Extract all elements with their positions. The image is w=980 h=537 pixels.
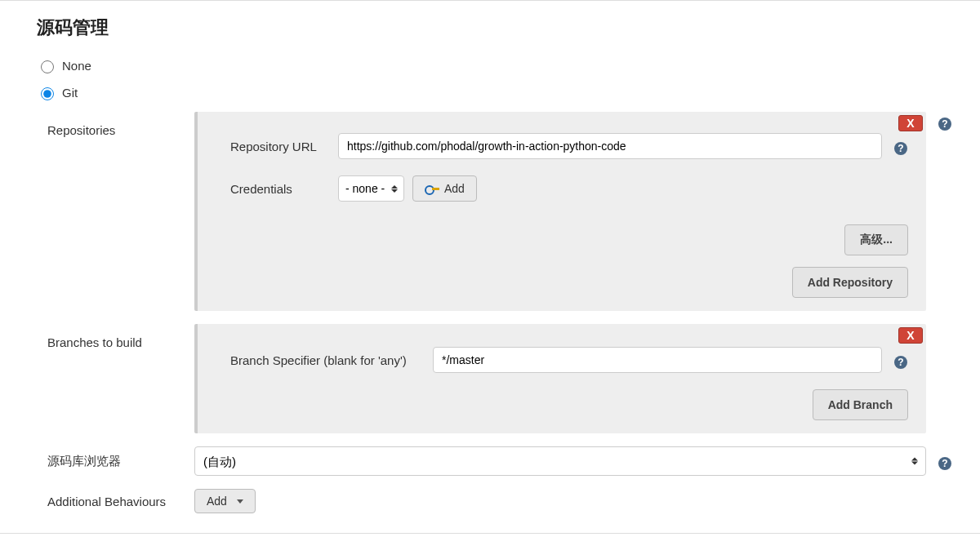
- add-behaviour-button[interactable]: Add: [194, 489, 256, 513]
- key-icon: [425, 184, 439, 193]
- add-branch-button[interactable]: Add Branch: [813, 389, 908, 420]
- add-repository-button[interactable]: Add Repository: [792, 267, 908, 298]
- additional-label: Additional Behaviours: [47, 495, 194, 508]
- add-credentials-button[interactable]: Add: [412, 175, 477, 202]
- branch-specifier-input[interactable]: [433, 347, 882, 373]
- repositories-block: X Repository URL ? Credentials - none -: [194, 112, 926, 311]
- help-icon[interactable]: ?: [893, 355, 908, 370]
- add-behaviour-label: Add: [207, 495, 227, 508]
- credentials-select[interactable]: - none -: [338, 175, 404, 202]
- repo-browser-select[interactable]: (自动): [194, 446, 926, 476]
- add-credentials-label: Add: [444, 182, 465, 195]
- svg-text:?: ?: [942, 118, 947, 130]
- repo-browser-label: 源码库浏览器: [47, 454, 194, 469]
- help-icon[interactable]: ?: [893, 141, 908, 156]
- radio-git-label: Git: [62, 86, 78, 100]
- advanced-button[interactable]: 高级...: [844, 224, 908, 255]
- radio-none[interactable]: [41, 60, 54, 73]
- repositories-label: Repositories: [47, 112, 194, 137]
- chevron-down-icon: [237, 499, 243, 504]
- radio-git[interactable]: [41, 87, 54, 100]
- delete-branch-button[interactable]: X: [898, 327, 923, 344]
- section-title: 源码管理: [37, 16, 964, 40]
- help-icon[interactable]: ?: [938, 456, 952, 471]
- branches-block: X Branch Specifier (blank for 'any') ? A…: [194, 324, 926, 433]
- repo-url-input[interactable]: [338, 133, 882, 159]
- delete-repository-button[interactable]: X: [898, 115, 923, 131]
- svg-text:?: ?: [898, 143, 903, 154]
- svg-text:?: ?: [898, 357, 903, 368]
- credentials-label: Credentials: [230, 182, 338, 196]
- radio-none-label: None: [62, 59, 91, 73]
- scm-option-none[interactable]: None: [37, 58, 964, 73]
- branch-specifier-label: Branch Specifier (blank for 'any'): [230, 353, 433, 367]
- scm-option-git[interactable]: Git: [37, 85, 964, 100]
- svg-text:?: ?: [942, 458, 947, 469]
- help-icon[interactable]: ?: [938, 117, 952, 131]
- branches-label: Branches to build: [47, 324, 194, 349]
- repo-url-label: Repository URL: [230, 140, 338, 153]
